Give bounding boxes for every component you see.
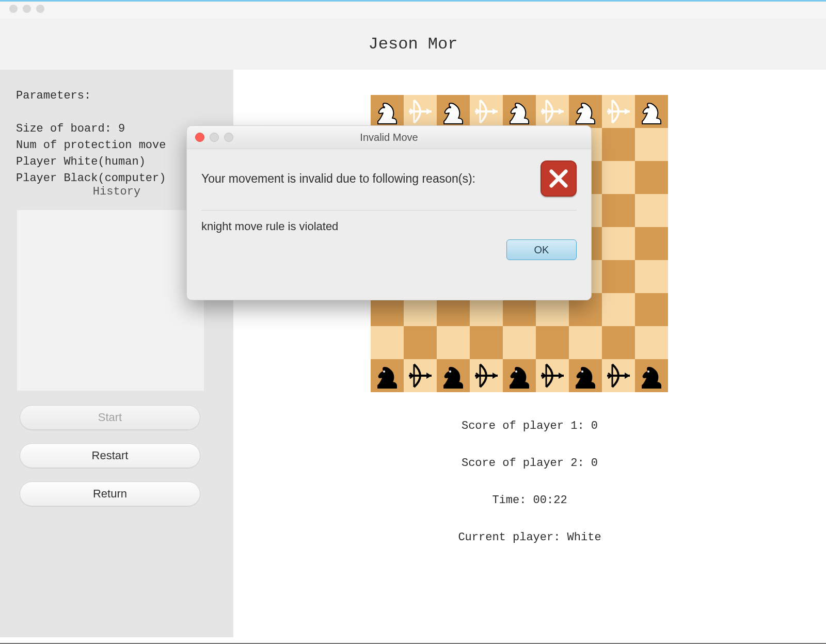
svg-point-0 bbox=[383, 106, 385, 108]
board-square[interactable] bbox=[470, 326, 503, 359]
archer-white-piece[interactable] bbox=[602, 95, 635, 128]
svg-marker-40 bbox=[559, 373, 564, 379]
knight-white-piece[interactable] bbox=[437, 95, 470, 128]
dialog-close-dot[interactable] bbox=[195, 133, 204, 142]
dialog-reason-text: knight move rule is violated bbox=[201, 220, 577, 239]
svg-point-31 bbox=[449, 371, 451, 373]
dialog-header-text: Your movement is invalid due to followin… bbox=[201, 172, 531, 186]
archer-white-piece[interactable] bbox=[470, 95, 503, 128]
board-square[interactable] bbox=[635, 227, 668, 260]
board-square[interactable] bbox=[404, 326, 437, 359]
error-x-icon bbox=[541, 160, 577, 197]
board-square[interactable] bbox=[602, 161, 635, 194]
svg-marker-3 bbox=[426, 108, 432, 115]
archer-white-piece[interactable] bbox=[536, 95, 569, 128]
board-square[interactable] bbox=[536, 326, 569, 359]
history-listbox[interactable] bbox=[17, 210, 204, 391]
knight-black-piece[interactable] bbox=[437, 359, 470, 392]
board-square[interactable] bbox=[503, 326, 536, 359]
knight-black-piece[interactable] bbox=[371, 359, 404, 392]
ok-button[interactable]: OK bbox=[506, 239, 577, 260]
knight-white-piece[interactable] bbox=[635, 95, 668, 128]
svg-point-37 bbox=[515, 371, 517, 373]
board-square[interactable] bbox=[569, 326, 602, 359]
board-square[interactable] bbox=[635, 194, 668, 227]
app-header: Jeson Mor bbox=[0, 19, 826, 70]
board-square[interactable] bbox=[635, 293, 668, 326]
board-square[interactable] bbox=[602, 260, 635, 293]
svg-point-49 bbox=[647, 371, 649, 373]
board-square[interactable] bbox=[602, 227, 635, 260]
knight-white-piece[interactable] bbox=[371, 95, 404, 128]
archer-black-piece[interactable] bbox=[536, 359, 569, 392]
board-square[interactable] bbox=[437, 326, 470, 359]
board-square[interactable] bbox=[602, 293, 635, 326]
window-close-dot[interactable] bbox=[9, 5, 18, 13]
svg-point-43 bbox=[581, 371, 583, 373]
board-square[interactable] bbox=[635, 260, 668, 293]
window-traffic-lights bbox=[9, 5, 44, 13]
parameters-block: Parameters: Size of board: 9 Num of prot… bbox=[16, 88, 166, 187]
app-title: Jeson Mor bbox=[369, 35, 458, 54]
svg-marker-21 bbox=[625, 108, 630, 115]
svg-marker-15 bbox=[559, 108, 564, 115]
archer-black-piece[interactable] bbox=[470, 359, 503, 392]
start-button: Start bbox=[20, 405, 200, 430]
dialog-separator bbox=[201, 210, 577, 211]
invalid-move-dialog: Invalid Move Your movement is invalid du… bbox=[186, 125, 592, 300]
svg-point-24 bbox=[647, 106, 649, 108]
status-block: Score of player 1: 0 Score of player 2: … bbox=[233, 408, 826, 556]
knight-black-piece[interactable] bbox=[569, 359, 602, 392]
board-square[interactable] bbox=[602, 128, 635, 161]
window-minimize-dot[interactable] bbox=[23, 5, 31, 13]
archer-black-piece[interactable] bbox=[602, 359, 635, 392]
dialog-zoom-dot bbox=[224, 133, 233, 142]
svg-point-6 bbox=[449, 106, 451, 108]
window-zoom-dot[interactable] bbox=[36, 5, 44, 13]
archer-black-piece[interactable] bbox=[404, 359, 437, 392]
svg-point-25 bbox=[383, 371, 385, 373]
board-square[interactable] bbox=[635, 326, 668, 359]
board-square[interactable] bbox=[602, 194, 635, 227]
dialog-traffic-lights bbox=[195, 133, 233, 142]
svg-point-12 bbox=[515, 106, 517, 108]
archer-white-piece[interactable] bbox=[404, 95, 437, 128]
knight-black-piece[interactable] bbox=[635, 359, 668, 392]
dialog-title: Invalid Move bbox=[187, 132, 591, 143]
knight-white-piece[interactable] bbox=[503, 95, 536, 128]
dialog-titlebar: Invalid Move bbox=[187, 126, 591, 149]
svg-marker-34 bbox=[493, 373, 498, 379]
board-square[interactable] bbox=[635, 161, 668, 194]
board-square[interactable] bbox=[371, 326, 404, 359]
svg-marker-9 bbox=[493, 108, 498, 115]
restart-button[interactable]: Restart bbox=[20, 443, 200, 468]
svg-point-18 bbox=[581, 106, 583, 108]
svg-marker-46 bbox=[625, 373, 630, 379]
knight-black-piece[interactable] bbox=[503, 359, 536, 392]
board-square[interactable] bbox=[602, 326, 635, 359]
board-square[interactable] bbox=[635, 128, 668, 161]
window-titlebar bbox=[0, 0, 826, 19]
svg-marker-28 bbox=[426, 373, 432, 379]
knight-white-piece[interactable] bbox=[569, 95, 602, 128]
dialog-minimize-dot bbox=[210, 133, 219, 142]
return-button[interactable]: Return bbox=[20, 481, 200, 506]
